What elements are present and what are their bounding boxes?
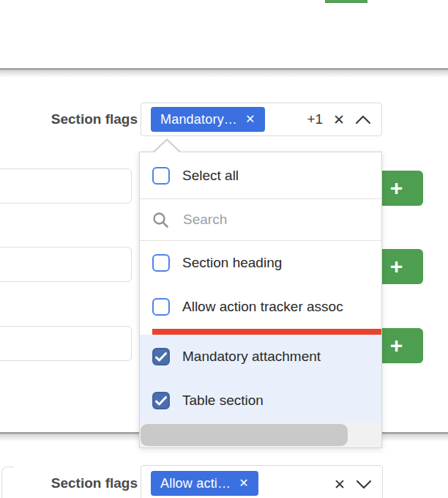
option-checkbox[interactable]: [152, 298, 170, 316]
chip-label: Mandatory…: [160, 112, 237, 127]
horizontal-scrollbar-track[interactable]: [140, 423, 381, 447]
clear-all-icon[interactable]: ✕: [334, 476, 346, 493]
section-flags-multiselect-top[interactable]: Mandatory… ✕ +1 ✕: [141, 103, 382, 136]
screen: + + + Section flags Mandatory… ✕ +1 ✕: [0, 0, 448, 498]
section-flags-label-bottom: Section flags: [0, 475, 138, 491]
row1-text-input[interactable]: [0, 168, 132, 204]
chip-remove-icon[interactable]: ✕: [239, 477, 249, 489]
option-table-section[interactable]: Table section: [140, 379, 381, 423]
chip-mandatory[interactable]: Mandatory… ✕: [151, 107, 265, 132]
select-all-label: Select all: [182, 168, 239, 184]
dropdown-caret-fill: [154, 141, 179, 152]
chip-allow-action[interactable]: Allow acti… ✕: [151, 471, 258, 496]
option-mandatory-attachment[interactable]: Mandatory attachment: [140, 335, 381, 379]
overflow-count: +1: [307, 111, 323, 127]
option-checkbox-checked[interactable]: [152, 348, 170, 365]
partial-green-button[interactable]: [325, 0, 367, 3]
section-flags-label-top: Section flags: [0, 111, 138, 127]
plus-icon: +: [390, 177, 403, 199]
plus-icon: +: [390, 335, 403, 357]
chevron-up-icon[interactable]: [355, 115, 371, 124]
option-section-heading[interactable]: Section heading: [140, 241, 381, 285]
option-label: Allow action tracker assoc: [182, 299, 343, 315]
chip-remove-icon[interactable]: ✕: [245, 114, 255, 125]
option-checkbox[interactable]: [152, 254, 170, 272]
option-label: Mandatory attachment: [182, 349, 321, 365]
drop-indicator-bar: [152, 329, 381, 335]
clear-all-icon[interactable]: ✕: [333, 111, 345, 128]
chip-label: Allow acti…: [160, 476, 231, 491]
section-divider-top: [0, 68, 448, 78]
option-checkbox-checked[interactable]: [152, 392, 170, 409]
select-all-row[interactable]: Select all: [140, 152, 381, 198]
chevron-down-icon[interactable]: [356, 480, 372, 489]
option-label: Table section: [182, 393, 264, 409]
plus-icon: +: [390, 256, 403, 278]
section-flags-multiselect-bottom[interactable]: Allow acti… ✕ ✕: [141, 465, 383, 498]
search-input[interactable]: [182, 211, 381, 228]
option-label: Section heading: [182, 255, 282, 271]
multiselect-dropdown-panel: Select all Section heading Allow action …: [139, 152, 382, 448]
row2-text-input[interactable]: [0, 247, 132, 282]
search-row: [140, 199, 381, 240]
option-allow-action-tracker[interactable]: Allow action tracker assoc: [140, 285, 381, 329]
select-all-checkbox[interactable]: [152, 167, 170, 185]
search-icon: [152, 212, 169, 228]
row3-text-input[interactable]: [0, 326, 132, 361]
horizontal-scrollbar-thumb[interactable]: [141, 424, 348, 446]
